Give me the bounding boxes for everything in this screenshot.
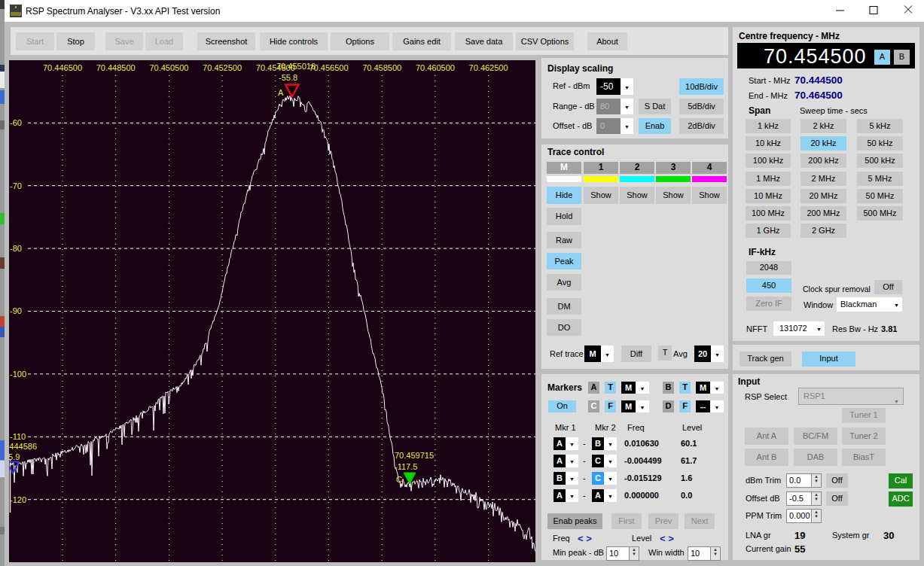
svg-text:-115.9: -115.9 xyxy=(9,452,20,461)
svg-text:70.450500: 70.450500 xyxy=(149,63,188,72)
svg-text:70.458500: 70.458500 xyxy=(362,63,401,72)
svg-text:70.460500: 70.460500 xyxy=(416,63,455,72)
svg-text:-80: -80 xyxy=(10,244,22,253)
svg-text:C: C xyxy=(396,475,402,484)
svg-text:-90: -90 xyxy=(10,306,22,315)
svg-text:70.462500: 70.462500 xyxy=(469,63,508,72)
svg-text:-117.5: -117.5 xyxy=(395,462,417,471)
svg-text:-120: -120 xyxy=(10,495,26,504)
svg-text:70.459715: 70.459715 xyxy=(395,451,434,460)
svg-text:70.444586: 70.444586 xyxy=(9,442,37,451)
svg-text:-55.8: -55.8 xyxy=(279,73,297,82)
svg-text:-110: -110 xyxy=(10,432,26,441)
svg-text:-100: -100 xyxy=(10,370,26,379)
svg-text:-60: -60 xyxy=(10,118,22,127)
svg-text:70.448500: 70.448500 xyxy=(96,63,136,72)
svg-text:70.452500: 70.452500 xyxy=(203,63,242,72)
svg-text:70.446500: 70.446500 xyxy=(43,63,82,72)
svg-text:70.455016: 70.455016 xyxy=(276,62,316,71)
svg-text:A: A xyxy=(278,88,284,97)
svg-text:-70: -70 xyxy=(10,181,22,190)
